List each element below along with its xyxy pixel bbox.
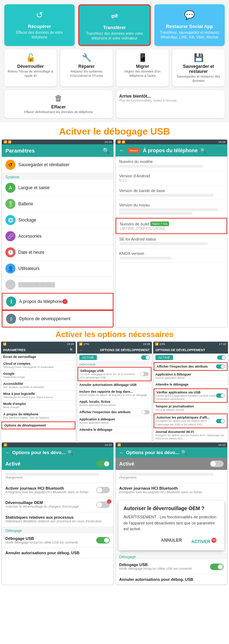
dev-right-attendre[interactable]: Attendre le débogage — [153, 381, 228, 388]
bande-label: Version de bande de base — [119, 188, 224, 193]
right-usb-toggle[interactable] — [210, 564, 224, 570]
bottom-left-oem[interactable]: Déverrouillage OEM Autoriser le déverrou… — [2, 498, 113, 512]
info-build[interactable]: Numéro de build Tapez 7 fois LMY48B_J700… — [116, 218, 227, 234]
dev-right-autoriser[interactable]: Autoriser les périphériques d'affi... En… — [154, 414, 228, 428]
dev-mid-back-icon[interactable]: ← — [79, 348, 83, 352]
bottom-right-annuler[interactable]: Annuler autorisations pour débog. USB — [116, 574, 227, 585]
bottom-left-annuler[interactable]: Annuler autorisations pour débog. USB — [2, 548, 113, 558]
blurred-icon — [5, 280, 15, 290]
dev-right-status: 📶 10% 17:16 — [153, 342, 228, 346]
right-status-time: 14:13 — [218, 140, 225, 144]
section-title-options: Activer les options nécessaires — [0, 328, 229, 341]
batterie-label: Batterie — [18, 201, 33, 206]
dev-right-time: 17:16 — [219, 342, 226, 346]
back-arrow-icon[interactable]: ← — [119, 147, 125, 154]
dev-right-journal[interactable]: Journal documenté Wi-Fi Enregistre les o… — [153, 429, 228, 442]
apropos-icon: ℹ — [6, 297, 16, 307]
settings-item-utilisateurs[interactable]: 👤 Utilisateurs — [2, 261, 113, 277]
card-restaurer[interactable]: 💬 Restaurer Social App Transférez, sauve… — [154, 4, 225, 46]
dev-mid-usb-debug[interactable]: Débogage USB Le mode débogage se lance l… — [78, 367, 151, 381]
info-se: SE for Android status — [116, 234, 227, 248]
settings-item-backup[interactable]: ↺ Sauvegarder et réinitialiser — [2, 157, 113, 173]
dev-mid-application[interactable]: Application à déboguer Aucune applicatio… — [77, 416, 152, 426]
autoriser-toggle[interactable] — [216, 419, 225, 423]
info-modele: Numéro du modèle — [116, 157, 227, 171]
dev-left-item-lockscreen[interactable]: Écran de verrouillage — [1, 354, 76, 360]
bottom-left-usb-debug[interactable]: Débogage USB Mode débogage lorsqu'un câb… — [2, 533, 113, 548]
bottom-left-search[interactable]: 🔍 — [67, 450, 73, 455]
afficher-toggle-on[interactable] — [216, 364, 225, 369]
transferer-title: Transférer — [103, 25, 126, 30]
bottom-right-usb-debug[interactable]: Débogage USB Mode débogage lorsqu'un câb… — [116, 560, 227, 574]
dev-mid-attendre[interactable]: Attendre le débogage — [77, 426, 152, 433]
migrer-desc: Migrez des données d'un téléphone à l'au… — [119, 70, 166, 78]
settings-item-stockage[interactable]: 💿 Stockage — [2, 212, 113, 228]
dev-left-item-devopt[interactable]: Options de développement — [1, 421, 75, 429]
dev-mid-inclure[interactable]: Inclure des rapports de bug dans... Incl… — [77, 388, 152, 398]
settings-item-blurred[interactable]: ████████████ — [2, 277, 113, 293]
dev-mid-annuler[interactable]: Annuler autorisations débogage USB — [77, 382, 152, 388]
apropos-badge: 7 — [62, 299, 67, 304]
dev-right-tampon[interactable]: Tampon pr journalisation Clic tp pr Tamp… — [153, 403, 228, 413]
settings-item-date[interactable]: 🕐 Date et heure — [2, 244, 113, 261]
dev-left-item-cloud[interactable]: Cloud et comptes Samsung Cloud, Sauvegar… — [1, 360, 76, 370]
dialog-cancel-btn[interactable]: ANNULER — [158, 536, 185, 546]
dev-right-active-toggle[interactable] — [217, 355, 226, 360]
dev-mid-active-toggle[interactable] — [141, 355, 150, 360]
card-recuperer[interactable]: ↺ Récupérer Effacer des données de votre… — [4, 4, 75, 46]
dev-left-item-accessibility[interactable]: Accessibilité Vue, Audition, Dextérité e… — [1, 381, 76, 391]
left-status-icons: 📶 📶 — [4, 140, 11, 144]
bottom-left-active-toggle[interactable] — [96, 461, 110, 467]
card-deverrouiller[interactable]: 🔓 Déverrouiller Retirez l'écran de verro… — [4, 50, 57, 87]
bottom-right-hci[interactable]: Activer journaux HCI Bluetooth Enregistr… — [116, 483, 227, 498]
dev-left-item-update[interactable]: Mise à jour logicielle Téléchargez les m… — [1, 391, 76, 401]
dev-left-item-about[interactable]: À propos du téléphone État, Mentions lég… — [1, 411, 76, 421]
dev-left-search-icon[interactable]: 🔍 — [70, 348, 74, 352]
dialog-confirm-btn[interactable]: ACTIVER 10 — [188, 536, 219, 546]
dev-mid-afficher[interactable]: Afficher l'inspection des attributs — [77, 409, 152, 416]
settings-item-accessories[interactable]: 🔗 Accessories — [2, 228, 113, 244]
settings-item-dev-options[interactable]: {} Options de développement — [2, 310, 113, 327]
dev-right-application[interactable]: Application à déboguer Aucune applicatio… — [153, 371, 228, 381]
card-sauvegarder[interactable]: 💾 Sauvegarder et restaurer Sauvegardez e… — [172, 50, 225, 87]
bottom-right-active-toggle[interactable] — [210, 461, 224, 467]
bottom-left-back[interactable]: ← — [5, 450, 10, 455]
card-reparer[interactable]: 🔧 Réparer Réparez les systèmes iOS/Andro… — [60, 50, 113, 87]
card-coming-soon: Arrive bientôt... Plus de fonctionnalité… — [116, 90, 225, 118]
dev-options-label: Options de développement — [19, 316, 70, 321]
phone-info-list: Numéro du modèle Version d'Android 5.1.1… — [116, 157, 227, 263]
dev-right-verifier[interactable]: Vérifier applications via USB Vérifier q… — [154, 388, 228, 403]
bottom-right-section-debug: Débogage — [116, 553, 227, 560]
restaurer-desc: Transférez, sauvegardez et restaurez Wha… — [158, 30, 221, 39]
accessories-label: Accessories — [18, 234, 42, 239]
right-search-icon[interactable]: 🔍 — [200, 148, 206, 153]
bottom-left-active-label: Activé — [5, 461, 20, 467]
verifier-toggle[interactable] — [216, 393, 225, 398]
backup-icon: ↺ — [5, 160, 15, 170]
hci-toggle[interactable] — [96, 487, 110, 493]
dev-mid-appli[interactable]: Appli. localis. fictive Aucune applicati… — [77, 398, 152, 409]
bottom-left-stats[interactable]: Statistiques relatives aux processus Sta… — [2, 512, 113, 527]
settings-item-apropos[interactable]: ℹ À propos du téléphone 7 — [2, 293, 113, 310]
bottom-right-back[interactable]: ← — [119, 450, 124, 455]
info-bande: Version de bande de base — [116, 186, 227, 200]
app-grid-mid: 🔓 Déverrouiller Retirez l'écran de verro… — [4, 50, 225, 87]
usb-debug-toggle-large[interactable] — [96, 537, 110, 543]
settings-item-langue[interactable]: A Langue et saisie — [2, 180, 113, 196]
settings-item-batterie[interactable]: 🔋 Batterie — [2, 196, 113, 212]
dev-right-afficher[interactable]: Afficher l'inspection des attributs — [154, 362, 228, 371]
afficher-toggle[interactable] — [141, 410, 150, 414]
left-search-icon[interactable]: 🔍 — [103, 147, 110, 154]
dev-mid-title: OPTIONS DE DÉVELOPPEMENT — [100, 348, 150, 352]
bottom-right-search[interactable]: 🔍 — [181, 450, 187, 455]
dev-left-item-google[interactable]: Google Paramètres Google — [1, 370, 76, 381]
bottom-left-hci[interactable]: Activer journaux HCI Bluetooth Enregistr… — [2, 483, 113, 498]
dev-left-item-manual[interactable]: Mode d'emploi Mode d'emploi — [1, 401, 76, 411]
usb-debug-toggle[interactable] — [140, 372, 149, 376]
card-effacer[interactable]: 🗑 Effacer Effacer définitivement les don… — [4, 90, 113, 118]
bottom-right-header: ← Options pour les dévo... 🔍 — [116, 447, 227, 458]
bottom-left-status: 📶 14:15 — [2, 443, 113, 447]
right-status-bar: 📶 📶 14:13 — [116, 140, 227, 144]
card-migrer[interactable]: 📱 Migrer Migrez des données d'un télépho… — [116, 50, 169, 87]
card-transferer[interactable]: ⇌ Transférer Transférez des données entr… — [78, 4, 151, 46]
